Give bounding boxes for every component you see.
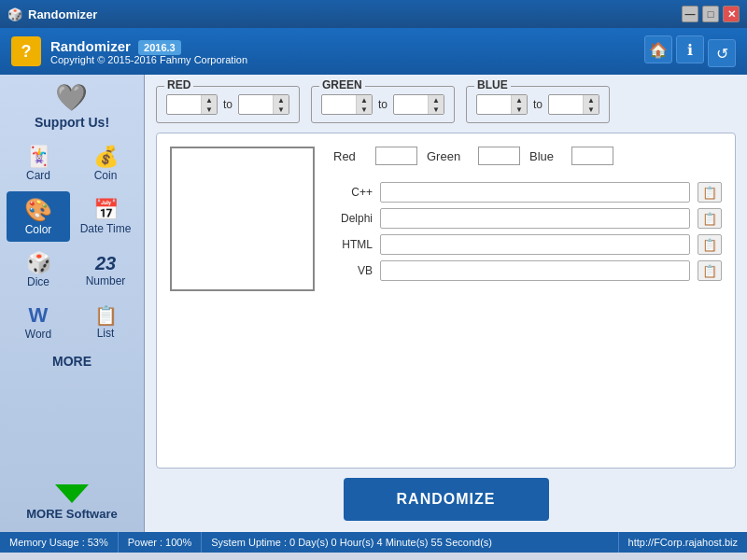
- delphi-input[interactable]: [380, 208, 690, 229]
- green-max-up[interactable]: ▲: [429, 95, 444, 105]
- green-min-field[interactable]: 0: [322, 96, 356, 113]
- sidebar-item-coin[interactable]: 💰 Coin: [74, 139, 137, 188]
- green-min-up[interactable]: ▲: [357, 95, 372, 105]
- red-label: RED: [164, 78, 193, 91]
- down-arrow-icon: [55, 484, 89, 503]
- blue-min-input[interactable]: 0 ▲ ▼: [476, 94, 528, 115]
- maximize-button[interactable]: □: [702, 6, 719, 22]
- green-max-spinners: ▲ ▼: [428, 95, 444, 114]
- more-software-label: MORE Software: [26, 507, 118, 521]
- red-min-up[interactable]: ▲: [202, 95, 217, 105]
- green-val-label: Green: [427, 149, 469, 163]
- blue-max-up[interactable]: ▲: [584, 95, 599, 105]
- green-max-down[interactable]: ▼: [429, 105, 444, 114]
- cpp-copy-button[interactable]: 📋: [698, 182, 722, 203]
- color-wheel-icon: 🎨: [24, 197, 52, 223]
- status-uptime: System Uptime : 0 Day(s) 0 Hour(s) 4 Min…: [202, 532, 618, 553]
- sidebar-label-card: Card: [26, 169, 50, 182]
- status-url[interactable]: http://FCorp.rajahost.biz: [619, 532, 747, 553]
- sidebar-item-color[interactable]: 🎨 Color: [7, 191, 70, 242]
- vb-row: VB 📋: [333, 260, 722, 281]
- home-button[interactable]: 🏠: [644, 35, 672, 63]
- cpp-row: C++ 📋: [333, 182, 722, 203]
- randomize-container: RANDOMIZE: [156, 478, 736, 521]
- sync-button[interactable]: ↺: [708, 39, 736, 67]
- color-preview: [170, 147, 315, 291]
- blue-min-field[interactable]: 0: [477, 96, 511, 113]
- red-min-spinners: ▲ ▼: [201, 95, 217, 114]
- green-max-input[interactable]: 255 ▲ ▼: [393, 94, 444, 115]
- card-icon: 🃏: [26, 145, 51, 169]
- calendar-icon: 📅: [93, 198, 119, 222]
- blue-group: BLUE 0 ▲ ▼ to 255 ▲ ▼: [466, 86, 610, 123]
- sidebar-item-number[interactable]: 23 Number: [74, 245, 137, 294]
- titlebar-title: Randomizer: [28, 7, 97, 21]
- sidebar-label-list: List: [97, 327, 115, 340]
- titlebar: 🎲 Randomizer — □ ✕: [0, 0, 747, 28]
- heart-icon: 🩶: [55, 82, 88, 113]
- word-icon: W: [29, 303, 49, 328]
- rgb-row: RED 0 ▲ ▼ to 255 ▲ ▼: [156, 86, 736, 123]
- html-copy-button[interactable]: 📋: [698, 234, 722, 255]
- blue-max-down[interactable]: ▼: [584, 105, 599, 114]
- red-group: RED 0 ▲ ▼ to 255 ▲ ▼: [156, 86, 300, 123]
- blue-min-spinners: ▲ ▼: [511, 95, 527, 114]
- vb-label: VB: [333, 264, 373, 277]
- blue-label: BLUE: [474, 78, 511, 91]
- blue-max-input[interactable]: 255 ▲ ▼: [548, 94, 599, 115]
- status-power: Power : 100%: [119, 532, 202, 553]
- sidebar-item-word[interactable]: W Word: [7, 298, 70, 346]
- delphi-copy-button[interactable]: 📋: [698, 208, 722, 229]
- green-min-spinners: ▲ ▼: [356, 95, 372, 114]
- blue-max-field[interactable]: 255: [549, 96, 583, 113]
- cpp-label: C++: [333, 186, 373, 199]
- titlebar-left: 🎲 Randomizer: [7, 7, 97, 21]
- color-values: Red Green Blue C++ 📋 Delphi: [333, 147, 722, 455]
- sidebar-label-coin: Coin: [94, 169, 118, 182]
- green-max-field[interactable]: 255: [394, 96, 428, 113]
- header-text: Randomizer 2016.3 Copyright © 2015-2016 …: [50, 38, 247, 65]
- blue-to-label: to: [533, 98, 543, 111]
- red-min-down[interactable]: ▼: [202, 105, 217, 114]
- sidebar-label-datetime: Date Time: [80, 222, 132, 235]
- more-section[interactable]: MORE: [52, 354, 92, 369]
- red-max-down[interactable]: ▼: [274, 105, 289, 114]
- red-max-input[interactable]: 255 ▲ ▼: [238, 94, 289, 115]
- html-row: HTML 📋: [333, 234, 722, 255]
- sidebar-label-color: Color: [25, 223, 52, 236]
- sidebar-item-card[interactable]: 🃏 Card: [7, 139, 70, 188]
- header: ? Randomizer 2016.3 Copyright © 2015-201…: [0, 28, 747, 75]
- sidebar-label-number: Number: [86, 274, 126, 287]
- red-min-input[interactable]: 0 ▲ ▼: [166, 94, 218, 115]
- red-min-field[interactable]: 0: [167, 96, 201, 113]
- cpp-input[interactable]: [380, 182, 690, 203]
- coin-icon: 💰: [93, 145, 119, 169]
- blue-value-box: [571, 147, 613, 165]
- green-min-input[interactable]: 0 ▲ ▼: [321, 94, 373, 115]
- red-max-up[interactable]: ▲: [274, 95, 289, 105]
- blue-min-up[interactable]: ▲: [512, 95, 527, 105]
- sidebar-item-dice[interactable]: 🎲 Dice: [7, 245, 70, 294]
- close-button[interactable]: ✕: [723, 6, 740, 22]
- sidebar-item-datetime[interactable]: 📅 Date Time: [74, 191, 137, 242]
- sidebar-item-list[interactable]: 📋 List: [74, 298, 137, 346]
- content: RED 0 ▲ ▼ to 255 ▲ ▼: [145, 75, 747, 532]
- color-panel: Red Green Blue C++ 📋 Delphi: [156, 133, 736, 469]
- vb-copy-button[interactable]: 📋: [698, 260, 722, 281]
- vb-input[interactable]: [380, 260, 690, 281]
- red-max-field[interactable]: 255: [239, 96, 273, 113]
- titlebar-app-icon: 🎲: [7, 7, 22, 21]
- sidebar-label-word: Word: [25, 328, 51, 341]
- blue-min-down[interactable]: ▼: [512, 105, 527, 114]
- info-button[interactable]: ℹ: [676, 35, 704, 63]
- minimize-button[interactable]: —: [682, 6, 698, 22]
- more-software-section[interactable]: MORE Software: [26, 484, 118, 521]
- html-input[interactable]: [380, 234, 690, 255]
- red-to-label: to: [223, 98, 233, 111]
- html-label: HTML: [333, 238, 373, 251]
- sidebar: 🩶 Support Us! 🃏 Card 💰 Coin 🎨 Color 📅 Da…: [0, 75, 145, 532]
- randomize-button[interactable]: RANDOMIZE: [344, 478, 549, 521]
- green-min-down[interactable]: ▼: [357, 105, 372, 114]
- delphi-label: Delphi: [333, 212, 373, 225]
- app-icon: ?: [11, 36, 41, 66]
